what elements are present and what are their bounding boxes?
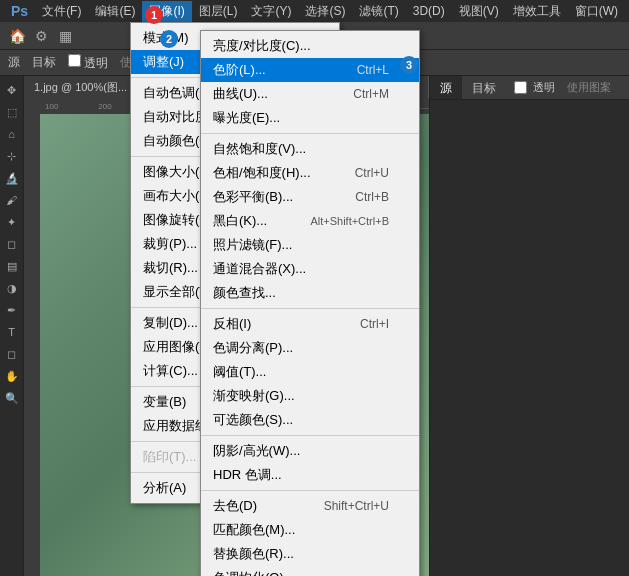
home-icon[interactable]: 🏠 [6, 25, 28, 47]
dodge-tool[interactable]: ◑ [2, 278, 22, 298]
apply-pattern-label: 使用图案 [120, 54, 168, 71]
target-tab[interactable]: 目标 [32, 54, 56, 71]
menu-ps-icon[interactable]: Ps [4, 1, 35, 21]
gradient-tool[interactable]: ▤ [2, 256, 22, 276]
lasso-tool[interactable]: ⌂ [2, 124, 22, 144]
layers-icon[interactable]: ▦ [54, 25, 76, 47]
text-tool[interactable]: T [2, 322, 22, 342]
canvas-tab: 1.jpg @ 100%(图... [24, 76, 429, 98]
eraser-tool[interactable]: ◻ [2, 234, 22, 254]
panel-tabs: 源 目标 透明 使用图案 [430, 76, 629, 100]
hand-tool[interactable]: ✋ [2, 366, 22, 386]
menu-view[interactable]: 视图(V) [452, 1, 506, 22]
panel-transparency-checkbox[interactable] [514, 81, 527, 94]
eyedropper-tool[interactable]: 🔬 [2, 168, 22, 188]
menu-file[interactable]: 文件(F) [35, 1, 88, 22]
source-tab[interactable]: 源 [8, 54, 20, 71]
options-bar: 源 目标 透明 使用图案 [0, 50, 629, 76]
transparency-label: 透明 [68, 54, 108, 72]
transparency-checkbox[interactable] [68, 54, 81, 67]
clone-tool[interactable]: ✦ [2, 212, 22, 232]
settings-icon[interactable]: ⚙ [30, 25, 52, 47]
panel-apply-label: 使用图案 [563, 76, 615, 99]
menu-edit[interactable]: 编辑(E) [88, 1, 142, 22]
canvas-area: 1.jpg @ 100%(图... 100 200 300 400 500 [24, 76, 429, 576]
zoom-tool[interactable]: 🔍 [2, 388, 22, 408]
pen-tool[interactable]: ✒ [2, 300, 22, 320]
menu-bar: Ps 文件(F) 编辑(E) 图像(I) 图层(L) 文字(Y) 选择(S) 滤… [0, 0, 629, 22]
menu-layer[interactable]: 图层(L) [192, 1, 245, 22]
right-panel: 源 目标 透明 使用图案 [429, 76, 629, 576]
move-tool[interactable]: ✥ [2, 80, 22, 100]
shape-tool[interactable]: ◻ [2, 344, 22, 364]
panel-transparency-area: 透明 [506, 76, 563, 99]
panel-tab-target[interactable]: 目标 [462, 76, 506, 99]
menu-plugins[interactable]: 增效工具 [506, 1, 568, 22]
menu-3d[interactable]: 3D(D) [406, 2, 452, 20]
menu-select[interactable]: 选择(S) [298, 1, 352, 22]
menu-window[interactable]: 窗口(W) [568, 1, 625, 22]
crop-tool[interactable]: ⊹ [2, 146, 22, 166]
panel-tab-source[interactable]: 源 [430, 76, 462, 99]
menu-filter[interactable]: 滤镜(T) [352, 1, 405, 22]
main-area: ✥ ⬚ ⌂ ⊹ 🔬 🖌 ✦ ◻ ▤ ◑ ✒ T ◻ ✋ 🔍 1.jpg @ 10… [0, 76, 629, 576]
menu-help[interactable]: 帮助(H) [625, 1, 629, 22]
left-panel: ✥ ⬚ ⌂ ⊹ 🔬 🖌 ✦ ◻ ▤ ◑ ✒ T ◻ ✋ 🔍 [0, 76, 24, 576]
menu-image[interactable]: 图像(I) [142, 1, 191, 22]
toolbar: 🏠 ⚙ ▦ [0, 22, 629, 50]
select-tool[interactable]: ⬚ [2, 102, 22, 122]
brush-tool[interactable]: 🖌 [2, 190, 22, 210]
panel-transparency-label: 透明 [533, 80, 555, 95]
menu-text[interactable]: 文字(Y) [244, 1, 298, 22]
